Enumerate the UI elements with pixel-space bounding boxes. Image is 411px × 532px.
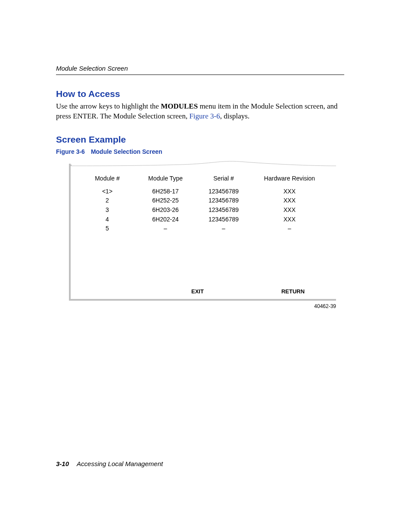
col-header-serial-no: Serial # xyxy=(196,174,252,184)
running-header: Module Selection Screen xyxy=(56,65,344,75)
cell-module-no: 4 xyxy=(79,215,135,224)
cell-serial-no: – xyxy=(196,224,252,233)
table-row: 5 – – – xyxy=(79,224,327,233)
col-header-module-no: Module # xyxy=(79,174,135,184)
table-header-row: Module # Module Type Serial # Hardware R… xyxy=(79,174,327,184)
return-command: RETURN xyxy=(281,288,305,295)
cell-module-type: – xyxy=(135,224,196,233)
cell-hw-rev: XXX xyxy=(252,215,327,224)
cell-serial-no: 123456789 xyxy=(196,187,252,196)
table-row: <1> 6H258-17 123456789 XXX xyxy=(79,187,327,196)
cell-module-type: 6H202-24 xyxy=(135,215,196,224)
para-text: Use the arrow keys to highlight the xyxy=(56,102,161,110)
col-header-hw-rev: Hardware Revision xyxy=(252,174,327,184)
cell-serial-no: 123456789 xyxy=(196,205,252,215)
figure-number: Figure 3-6 xyxy=(56,148,85,155)
bold-modules-word: MODULES xyxy=(161,102,198,110)
heading-screen-example: Screen Example xyxy=(56,134,344,145)
module-table: Module # Module Type Serial # Hardware R… xyxy=(71,164,336,233)
cell-serial-no: 123456789 xyxy=(196,196,252,205)
figure-source-id: 40462-39 xyxy=(69,303,336,309)
cell-hw-rev: XXX xyxy=(252,205,327,215)
page-number: 3-10 xyxy=(56,460,69,467)
cell-hw-rev: XXX xyxy=(252,187,327,196)
col-header-module-type: Module Type xyxy=(135,174,196,184)
screen-footer-commands: EXIT RETURN xyxy=(71,288,336,295)
table-row: 4 6H202-24 123456789 XXX xyxy=(79,215,327,224)
cell-module-no: 2 xyxy=(79,196,135,205)
para-text: , displays. xyxy=(220,112,249,120)
table-row: 3 6H203-26 123456789 XXX xyxy=(79,205,327,215)
module-selection-screen-figure: Module # Module Type Serial # Hardware R… xyxy=(69,164,336,301)
cell-module-no: 3 xyxy=(79,205,135,215)
figure-caption: Figure 3-6Module Selection Screen xyxy=(56,148,344,155)
figure-cross-reference[interactable]: Figure 3-6 xyxy=(189,112,220,120)
cell-module-type: 6H203-26 xyxy=(135,205,196,215)
exit-command: EXIT xyxy=(191,288,204,295)
page-footer: 3-10Accessing Local Management xyxy=(56,460,163,467)
cell-hw-rev: – xyxy=(252,224,327,233)
heading-how-to-access: How to Access xyxy=(56,89,344,99)
cell-serial-no: 123456789 xyxy=(196,215,252,224)
cell-module-type: 6H252-25 xyxy=(135,196,196,205)
screen-top-edge-decoration xyxy=(71,159,336,166)
cell-hw-rev: XXX xyxy=(252,196,327,205)
table-row: 2 6H252-25 123456789 XXX xyxy=(79,196,327,205)
footer-section-title: Accessing Local Management xyxy=(77,460,163,467)
cell-module-no: 5 xyxy=(79,224,135,233)
how-to-access-paragraph: Use the arrow keys to highlight the MODU… xyxy=(56,102,344,121)
cell-module-type: 6H258-17 xyxy=(135,187,196,196)
cell-module-no: <1> xyxy=(79,187,135,196)
figure-title: Module Selection Screen xyxy=(91,148,162,155)
